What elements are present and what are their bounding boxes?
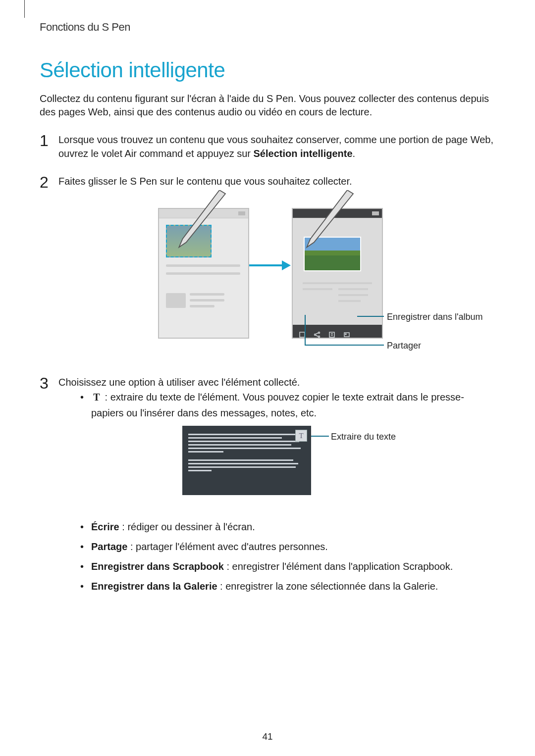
chapter-heading: Fonctions du S Pen	[40, 21, 495, 34]
mock-line	[166, 264, 240, 267]
mock-line	[303, 288, 332, 290]
bullet-desc: : rédiger ou dessiner à l'écran.	[119, 521, 255, 532]
bullet-label: Enregistrer dans Scrapbook	[91, 561, 224, 572]
mock-line	[188, 470, 212, 471]
svg-rect-1	[300, 332, 305, 337]
step-number: 3	[40, 372, 49, 395]
callout-share: Partager	[387, 340, 486, 352]
step-1-text-c: .	[353, 148, 356, 159]
option-bullets: T : extraire du texte de l'élément. Vous…	[77, 389, 495, 421]
bullet-scrapbook: Enregistrer dans Scrapbook : enregistrer…	[77, 558, 495, 574]
step-1: 1 Lorsque vous trouvez un contenu que vo…	[40, 133, 495, 160]
page-body: Fonctions du S Pen Sélection intelligent…	[0, 0, 535, 594]
scrapbook-icon	[328, 328, 335, 335]
mock-source-screen	[158, 208, 249, 339]
mock-line	[188, 448, 301, 449]
svg-rect-6	[344, 333, 349, 337]
step-2: 2 Faites glisser le S Pen sur le contenu…	[40, 174, 495, 361]
step-3-text: Choisissez une option à utiliser avec l'…	[58, 377, 300, 388]
step-2-text: Faites glisser le S Pen sur le contenu q…	[58, 176, 352, 187]
bullet-share: Partage : partager l'élément avec d'autr…	[77, 539, 495, 554]
bullet-text-extract: T : extraire du texte de l'élément. Vous…	[77, 389, 495, 421]
margin-rule	[24, 0, 25, 18]
bullet-label: Partage	[91, 541, 127, 552]
gallery-icon	[343, 328, 350, 335]
bullet-desc: : partager l'élément avec d'autres perso…	[127, 541, 328, 552]
mock-line	[190, 305, 214, 307]
text-capture-screen: T	[182, 426, 311, 495]
bullet-desc: : enregistrer la zone sélectionnée dans …	[217, 581, 438, 592]
selection-marquee	[166, 225, 212, 257]
text-extract-icon: T	[91, 389, 102, 405]
intro-paragraph: Collectez du contenu figurant sur l'écra…	[40, 92, 495, 119]
mock-line	[188, 444, 291, 446]
bullet-label: Enregistrer dans la Galerie	[91, 581, 217, 592]
mock-top-bar	[293, 209, 382, 218]
text-extract-button: T	[295, 430, 307, 442]
mock-line	[338, 288, 368, 290]
svg-point-7	[345, 334, 346, 335]
leader-line	[305, 345, 384, 346]
page-title: Sélection intelligente	[40, 58, 495, 82]
mock-line	[188, 466, 296, 468]
share-icon	[314, 328, 321, 335]
callout-label: Extraire du texte	[331, 432, 396, 442]
bullet-gallery: Enregistrer dans la Galerie : enregistre…	[77, 578, 495, 594]
svg-rect-5	[329, 332, 334, 337]
step-number: 1	[40, 130, 49, 152]
mock-line	[338, 300, 361, 302]
mock-line	[166, 293, 186, 308]
mock-line	[190, 293, 224, 296]
leader-line	[311, 436, 329, 437]
callout-label: Enregistrer dans l'album	[387, 312, 483, 322]
leader-line	[357, 316, 384, 317]
bullet-write: Écrire : rédiger ou dessiner à l'écran.	[77, 519, 495, 535]
step-3: 3 Choisissez une option à utiliser avec …	[40, 375, 495, 594]
callout-extract: Extraire du texte	[331, 431, 430, 443]
mock-line	[188, 463, 298, 464]
mock-line	[188, 459, 293, 461]
step-number: 2	[40, 171, 49, 194]
page-number: 41	[0, 731, 535, 742]
mock-line	[188, 434, 296, 435]
mock-line	[188, 441, 299, 442]
mock-line	[188, 437, 282, 439]
bullet-text: : extraire du texte de l'élément. Vous p…	[91, 392, 464, 418]
mock-line	[190, 299, 224, 302]
arrow-icon	[249, 262, 291, 268]
steps-list: 1 Lorsque vous trouvez un contenu que vo…	[40, 133, 495, 594]
leader-line	[305, 315, 306, 346]
mock-line	[338, 294, 368, 296]
figure-text-extract: T Extraire du texte	[182, 426, 529, 505]
mock-status-bar	[159, 209, 248, 218]
step-1-term: Sélection intelligente	[254, 148, 353, 159]
mock-line	[188, 451, 223, 453]
action-toolbar	[293, 325, 382, 338]
bullet-desc: : enregistrer l'élément dans l'applicati…	[224, 561, 453, 572]
mock-line	[166, 272, 240, 275]
option-bullets-lower: Écrire : rédiger ou dessiner à l'écran. …	[77, 519, 495, 594]
figure-select-gesture: Enregistrer dans l'album Partager	[84, 193, 470, 361]
captured-image	[304, 237, 361, 271]
callout-save: Enregistrer dans l'album	[387, 311, 486, 323]
mock-line	[303, 282, 372, 284]
bullet-label: Écrire	[91, 521, 119, 532]
callout-label: Partager	[387, 341, 421, 351]
